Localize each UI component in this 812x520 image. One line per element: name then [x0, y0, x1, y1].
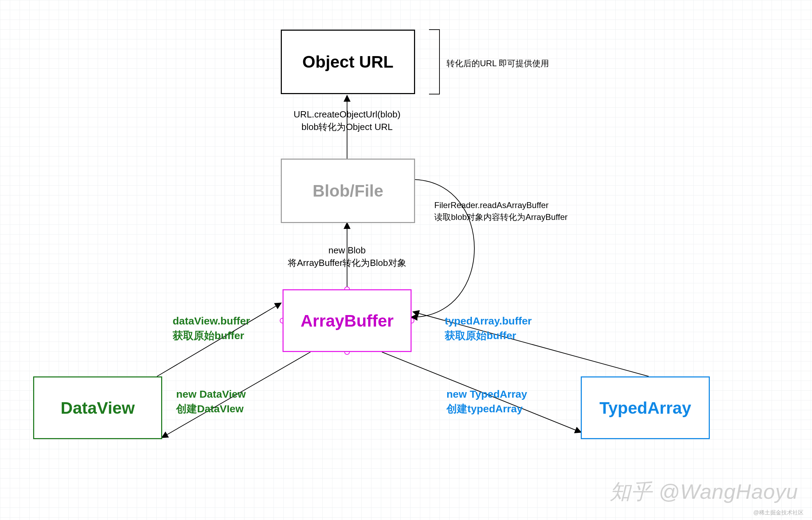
- watermark: 知乎 @WangHaoyu: [610, 478, 798, 506]
- node-blob-file[interactable]: Blob/File: [281, 159, 415, 223]
- label-new-dataview: new DataView 创建DataVIew: [176, 387, 246, 416]
- diagram-canvas: { "nodes": { "objectUrl": { "label": "Ob…: [0, 0, 812, 520]
- label-new-typedarray: new TypedArray 创建typedArray: [446, 387, 527, 416]
- label-url-create: URL.createObjectUrl(blob) blob转化为Object …: [279, 108, 415, 133]
- node-label: TypedArray: [599, 398, 691, 418]
- label-typedarray-buffer: typedArray.buffer 获取原始buffer: [445, 314, 532, 343]
- node-label: Blob/File: [313, 181, 383, 200]
- label-new-blob: new Blob 将ArrayBuffer转化为Blob对象: [279, 244, 415, 269]
- footer-credit: @稀土掘金技术社区: [753, 509, 804, 517]
- node-typed-array[interactable]: TypedArray: [581, 376, 710, 439]
- label-dataview-buffer: dataView.buffer 获取原始buffer: [173, 314, 250, 343]
- node-label: Object URL: [302, 52, 393, 71]
- node-array-buffer[interactable]: ArrayBuffer: [283, 289, 412, 352]
- node-data-view[interactable]: DataView: [33, 376, 162, 439]
- node-object-url[interactable]: Object URL: [281, 30, 415, 94]
- node-label: DataView: [61, 398, 135, 418]
- label-file-reader: FilerReader.readAsArrayBuffer 读取blob对象内容…: [434, 199, 567, 223]
- node-label: ArrayBuffer: [301, 311, 394, 330]
- label-object-url-note: 转化后的URL 即可提供使用: [446, 58, 549, 69]
